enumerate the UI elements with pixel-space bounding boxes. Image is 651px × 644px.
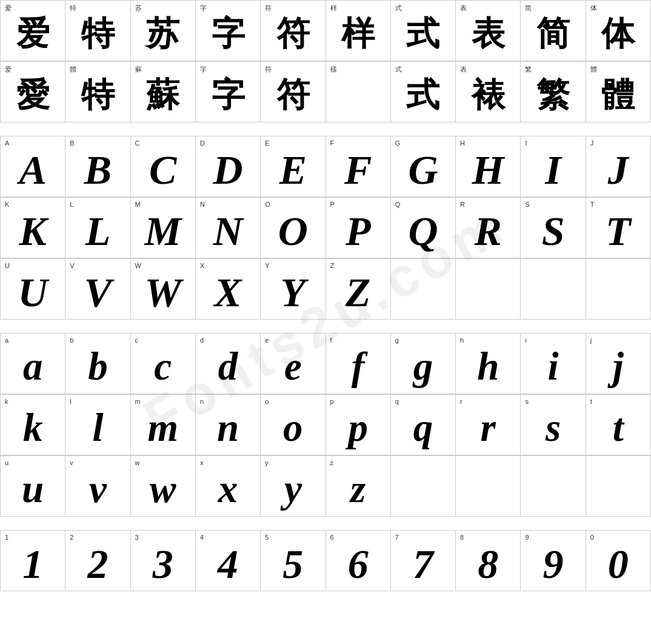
cell-label: W — [135, 262, 141, 269]
cell-label: 式 — [395, 4, 402, 13]
glyph-cell: 44 — [196, 531, 261, 591]
cell-label: 5 — [265, 534, 269, 541]
glyph-cell: 体体 — [586, 1, 651, 61]
cell-label: L — [70, 201, 73, 208]
cell-label: 字 — [200, 65, 207, 74]
cell-glyph: y — [284, 469, 302, 509]
cell-label: m — [135, 398, 141, 405]
glyph-cell: 样样 — [326, 1, 391, 61]
cell-label: Q — [395, 201, 401, 208]
glyph-cell: II — [521, 136, 586, 197]
glyph-cell: AA — [1, 136, 65, 197]
cell-glyph: 样 — [341, 17, 375, 50]
cell-glyph: h — [477, 347, 499, 386]
cell-glyph: 字 — [212, 17, 245, 50]
glyph-cell: 简简 — [521, 1, 586, 61]
glyph-cell: EE — [261, 136, 326, 197]
cell-glyph: 9 — [543, 543, 564, 585]
glyph-chart: 爱爱特特苏苏字字符符样样式式表表简简体体爱愛體特蘇蘇字字符符樣式式表裱繁繁體體A… — [0, 0, 651, 591]
glyph-cell: pp — [326, 395, 391, 455]
glyph-cell — [456, 456, 521, 517]
glyph-cell: yy — [261, 456, 326, 517]
glyph-cell: BB — [65, 136, 130, 197]
cell-label: 4 — [200, 534, 204, 541]
glyph-cell: 苏苏 — [131, 1, 196, 61]
cell-label: H — [460, 139, 465, 147]
glyph-cell: mm — [131, 395, 196, 455]
glyph-cell: 符符 — [261, 62, 326, 122]
glyph-cell: 表裱 — [456, 62, 521, 122]
cell-glyph: l — [92, 408, 103, 448]
cell-label: 表 — [460, 4, 467, 13]
cell-glyph: f — [352, 347, 365, 386]
cell-label: P — [330, 201, 335, 208]
glyph-cell: gg — [391, 334, 456, 394]
cell-label: c — [135, 337, 139, 344]
cell-label: 體 — [590, 65, 597, 74]
cell-glyph: T — [606, 210, 631, 252]
cell-label: N — [200, 201, 205, 208]
glyph-cell: WW — [131, 259, 196, 320]
glyph-cell: 繁繁 — [521, 62, 586, 122]
cell-glyph: 6 — [348, 543, 369, 585]
glyph-cell: kk — [1, 395, 65, 455]
cell-glyph: 5 — [282, 543, 303, 585]
cell-glyph: Z — [346, 272, 371, 313]
glyph-cell: MM — [131, 198, 196, 258]
cell-glyph: b — [88, 347, 108, 386]
glyph-cell: FF — [326, 136, 391, 197]
cell-glyph: U — [18, 272, 48, 313]
glyph-cell: HH — [456, 136, 521, 197]
glyph-cell: YY — [261, 259, 326, 320]
glyph-cell: 66 — [326, 531, 391, 591]
cell-label: 7 — [395, 534, 399, 541]
glyph-cell — [521, 259, 586, 320]
glyph-cell: NN — [196, 198, 261, 258]
glyph-cell: UU — [1, 259, 65, 320]
cell-glyph: 7 — [413, 543, 433, 585]
cell-glyph: 1 — [22, 543, 43, 585]
cell-glyph: S — [542, 210, 565, 252]
glyph-cell: 00 — [586, 531, 651, 591]
cell-glyph: 式 — [406, 78, 439, 112]
glyph-cell: jj — [586, 334, 651, 394]
glyph-cell: JJ — [586, 136, 651, 197]
cell-glyph: c — [154, 347, 172, 386]
glyph-cell: TT — [586, 198, 651, 258]
glyph-cell: 33 — [131, 531, 196, 591]
cell-label: G — [395, 139, 401, 147]
cell-glyph: D — [213, 149, 242, 190]
cell-glyph: 字 — [212, 78, 245, 112]
cell-label: 樣 — [330, 65, 337, 74]
cell-glyph: 繁 — [536, 78, 570, 112]
cell-label: o — [265, 398, 269, 405]
cell-label: J — [590, 139, 594, 147]
glyph-cell: cc — [131, 334, 196, 394]
cell-glyph: g — [413, 347, 433, 386]
glyph-cell — [391, 259, 456, 320]
glyph-cell: 11 — [1, 531, 65, 591]
glyph-cell: qq — [391, 395, 456, 455]
cell-label: s — [525, 398, 529, 405]
glyph-cell: PP — [326, 198, 391, 258]
cell-label: D — [200, 139, 205, 147]
cell-glyph: G — [408, 149, 438, 190]
cell-label: 繁 — [525, 65, 532, 74]
glyph-cell: 蘇蘇 — [131, 62, 196, 122]
cell-glyph: J — [608, 149, 629, 190]
cell-glyph: B — [84, 149, 112, 190]
cell-label: T — [590, 201, 595, 208]
cell-label: 表 — [460, 65, 467, 74]
cell-label: S — [525, 201, 529, 208]
cell-label: I — [525, 139, 527, 147]
cell-label: h — [460, 337, 464, 344]
glyph-cell: KK — [1, 198, 65, 258]
cell-label: 爱 — [5, 65, 12, 74]
cell-glyph: 蘇 — [146, 78, 179, 112]
glyph-cell: 爱爱 — [1, 1, 65, 61]
cell-glyph: r — [481, 408, 496, 448]
cell-glyph: 4 — [218, 543, 238, 585]
cell-glyph: Q — [408, 210, 438, 252]
cell-label: 9 — [525, 534, 529, 541]
cell-glyph: C — [149, 149, 176, 190]
